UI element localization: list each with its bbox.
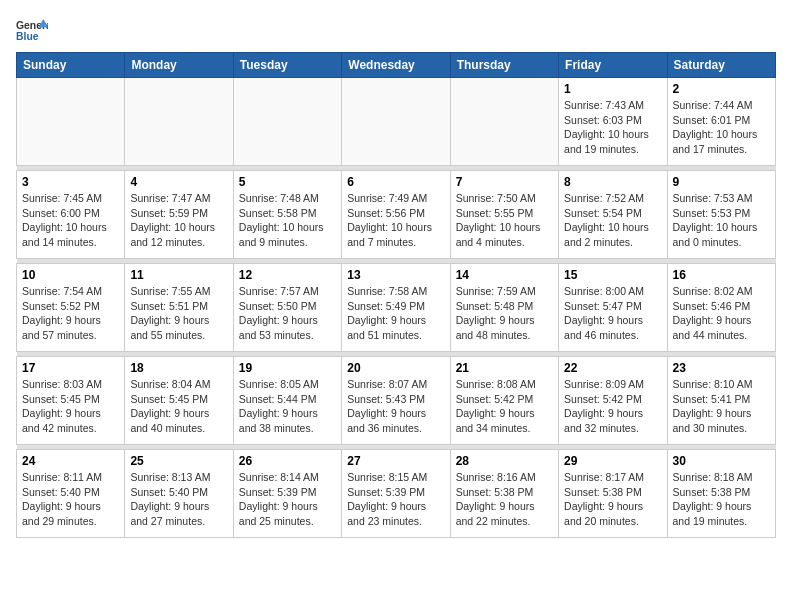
day-detail: Sunrise: 8:02 AMSunset: 5:46 PMDaylight:… (673, 284, 770, 343)
calendar-cell (17, 78, 125, 166)
logo: General Blue (16, 16, 48, 44)
calendar-cell: 3Sunrise: 7:45 AMSunset: 6:00 PMDaylight… (17, 171, 125, 259)
day-number: 12 (239, 268, 336, 282)
day-detail: Sunrise: 8:13 AMSunset: 5:40 PMDaylight:… (130, 470, 227, 529)
day-detail: Sunrise: 8:03 AMSunset: 5:45 PMDaylight:… (22, 377, 119, 436)
day-detail: Sunrise: 8:14 AMSunset: 5:39 PMDaylight:… (239, 470, 336, 529)
calendar-cell: 12Sunrise: 7:57 AMSunset: 5:50 PMDayligh… (233, 264, 341, 352)
day-detail: Sunrise: 7:58 AMSunset: 5:49 PMDaylight:… (347, 284, 444, 343)
day-detail: Sunrise: 8:18 AMSunset: 5:38 PMDaylight:… (673, 470, 770, 529)
day-detail: Sunrise: 8:15 AMSunset: 5:39 PMDaylight:… (347, 470, 444, 529)
day-detail: Sunrise: 7:54 AMSunset: 5:52 PMDaylight:… (22, 284, 119, 343)
weekday-header-tuesday: Tuesday (233, 53, 341, 78)
calendar-cell: 28Sunrise: 8:16 AMSunset: 5:38 PMDayligh… (450, 450, 558, 538)
day-number: 21 (456, 361, 553, 375)
calendar-cell: 7Sunrise: 7:50 AMSunset: 5:55 PMDaylight… (450, 171, 558, 259)
calendar-cell: 17Sunrise: 8:03 AMSunset: 5:45 PMDayligh… (17, 357, 125, 445)
day-number: 9 (673, 175, 770, 189)
day-number: 29 (564, 454, 661, 468)
day-detail: Sunrise: 7:43 AMSunset: 6:03 PMDaylight:… (564, 98, 661, 157)
day-number: 4 (130, 175, 227, 189)
day-number: 24 (22, 454, 119, 468)
weekday-header-monday: Monday (125, 53, 233, 78)
calendar-cell (233, 78, 341, 166)
day-detail: Sunrise: 7:44 AMSunset: 6:01 PMDaylight:… (673, 98, 770, 157)
weekday-header-thursday: Thursday (450, 53, 558, 78)
day-number: 22 (564, 361, 661, 375)
calendar-week-2: 3Sunrise: 7:45 AMSunset: 6:00 PMDaylight… (17, 171, 776, 259)
day-detail: Sunrise: 7:50 AMSunset: 5:55 PMDaylight:… (456, 191, 553, 250)
day-detail: Sunrise: 7:57 AMSunset: 5:50 PMDaylight:… (239, 284, 336, 343)
calendar-cell: 6Sunrise: 7:49 AMSunset: 5:56 PMDaylight… (342, 171, 450, 259)
weekday-header-wednesday: Wednesday (342, 53, 450, 78)
day-number: 15 (564, 268, 661, 282)
calendar-cell: 30Sunrise: 8:18 AMSunset: 5:38 PMDayligh… (667, 450, 775, 538)
day-detail: Sunrise: 8:05 AMSunset: 5:44 PMDaylight:… (239, 377, 336, 436)
calendar-cell: 14Sunrise: 7:59 AMSunset: 5:48 PMDayligh… (450, 264, 558, 352)
day-number: 23 (673, 361, 770, 375)
calendar-cell (125, 78, 233, 166)
weekday-header-friday: Friday (559, 53, 667, 78)
day-detail: Sunrise: 7:53 AMSunset: 5:53 PMDaylight:… (673, 191, 770, 250)
page-header: General Blue (16, 16, 776, 44)
day-detail: Sunrise: 8:10 AMSunset: 5:41 PMDaylight:… (673, 377, 770, 436)
day-number: 27 (347, 454, 444, 468)
calendar-cell: 15Sunrise: 8:00 AMSunset: 5:47 PMDayligh… (559, 264, 667, 352)
calendar-cell: 8Sunrise: 7:52 AMSunset: 5:54 PMDaylight… (559, 171, 667, 259)
calendar-cell: 22Sunrise: 8:09 AMSunset: 5:42 PMDayligh… (559, 357, 667, 445)
day-number: 25 (130, 454, 227, 468)
calendar-week-3: 10Sunrise: 7:54 AMSunset: 5:52 PMDayligh… (17, 264, 776, 352)
day-number: 19 (239, 361, 336, 375)
calendar-cell: 11Sunrise: 7:55 AMSunset: 5:51 PMDayligh… (125, 264, 233, 352)
day-detail: Sunrise: 7:59 AMSunset: 5:48 PMDaylight:… (456, 284, 553, 343)
calendar-cell: 9Sunrise: 7:53 AMSunset: 5:53 PMDaylight… (667, 171, 775, 259)
calendar-cell (450, 78, 558, 166)
day-number: 28 (456, 454, 553, 468)
day-number: 13 (347, 268, 444, 282)
day-number: 5 (239, 175, 336, 189)
calendar-cell: 25Sunrise: 8:13 AMSunset: 5:40 PMDayligh… (125, 450, 233, 538)
calendar-cell: 18Sunrise: 8:04 AMSunset: 5:45 PMDayligh… (125, 357, 233, 445)
day-number: 8 (564, 175, 661, 189)
calendar-week-5: 24Sunrise: 8:11 AMSunset: 5:40 PMDayligh… (17, 450, 776, 538)
day-number: 17 (22, 361, 119, 375)
logo-icon: General Blue (16, 16, 48, 44)
calendar-cell: 23Sunrise: 8:10 AMSunset: 5:41 PMDayligh… (667, 357, 775, 445)
calendar-cell: 21Sunrise: 8:08 AMSunset: 5:42 PMDayligh… (450, 357, 558, 445)
calendar-cell: 20Sunrise: 8:07 AMSunset: 5:43 PMDayligh… (342, 357, 450, 445)
day-detail: Sunrise: 8:11 AMSunset: 5:40 PMDaylight:… (22, 470, 119, 529)
svg-text:Blue: Blue (16, 31, 39, 42)
day-detail: Sunrise: 7:47 AMSunset: 5:59 PMDaylight:… (130, 191, 227, 250)
day-detail: Sunrise: 7:52 AMSunset: 5:54 PMDaylight:… (564, 191, 661, 250)
weekday-header-row: SundayMondayTuesdayWednesdayThursdayFrid… (17, 53, 776, 78)
calendar-cell: 4Sunrise: 7:47 AMSunset: 5:59 PMDaylight… (125, 171, 233, 259)
day-detail: Sunrise: 8:09 AMSunset: 5:42 PMDaylight:… (564, 377, 661, 436)
calendar-cell: 16Sunrise: 8:02 AMSunset: 5:46 PMDayligh… (667, 264, 775, 352)
day-detail: Sunrise: 8:07 AMSunset: 5:43 PMDaylight:… (347, 377, 444, 436)
calendar-cell: 13Sunrise: 7:58 AMSunset: 5:49 PMDayligh… (342, 264, 450, 352)
calendar-cell: 1Sunrise: 7:43 AMSunset: 6:03 PMDaylight… (559, 78, 667, 166)
day-number: 11 (130, 268, 227, 282)
weekday-header-saturday: Saturday (667, 53, 775, 78)
day-number: 26 (239, 454, 336, 468)
calendar-cell: 29Sunrise: 8:17 AMSunset: 5:38 PMDayligh… (559, 450, 667, 538)
calendar-cell: 24Sunrise: 8:11 AMSunset: 5:40 PMDayligh… (17, 450, 125, 538)
day-detail: Sunrise: 8:04 AMSunset: 5:45 PMDaylight:… (130, 377, 227, 436)
calendar-cell (342, 78, 450, 166)
day-number: 14 (456, 268, 553, 282)
day-number: 10 (22, 268, 119, 282)
day-detail: Sunrise: 7:48 AMSunset: 5:58 PMDaylight:… (239, 191, 336, 250)
day-detail: Sunrise: 8:00 AMSunset: 5:47 PMDaylight:… (564, 284, 661, 343)
calendar-cell: 19Sunrise: 8:05 AMSunset: 5:44 PMDayligh… (233, 357, 341, 445)
day-number: 2 (673, 82, 770, 96)
calendar-cell: 26Sunrise: 8:14 AMSunset: 5:39 PMDayligh… (233, 450, 341, 538)
day-number: 6 (347, 175, 444, 189)
weekday-header-sunday: Sunday (17, 53, 125, 78)
calendar-week-1: 1Sunrise: 7:43 AMSunset: 6:03 PMDaylight… (17, 78, 776, 166)
day-detail: Sunrise: 8:08 AMSunset: 5:42 PMDaylight:… (456, 377, 553, 436)
day-detail: Sunrise: 8:16 AMSunset: 5:38 PMDaylight:… (456, 470, 553, 529)
day-detail: Sunrise: 7:49 AMSunset: 5:56 PMDaylight:… (347, 191, 444, 250)
day-number: 18 (130, 361, 227, 375)
day-number: 16 (673, 268, 770, 282)
day-number: 7 (456, 175, 553, 189)
